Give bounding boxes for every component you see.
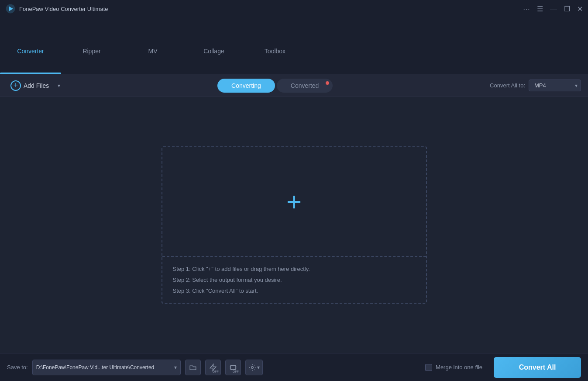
- merge-checkbox-area: Merge into one file: [425, 364, 482, 371]
- convert-all-to-area: Convert All to: MP4 MKV AVI MOV WMV FLV …: [490, 80, 581, 91]
- nav-mv-label: MV: [148, 48, 158, 55]
- add-files-button[interactable]: + Add Files: [7, 78, 52, 94]
- nav-toolbox[interactable]: Toolbox: [244, 17, 306, 74]
- merge-label: Merge into one file: [436, 364, 482, 371]
- nav-toolbox-label: Toolbox: [265, 48, 285, 55]
- save-to-label: Save to:: [7, 364, 28, 371]
- app-logo-icon: [5, 3, 16, 14]
- nav-ripper[interactable]: Ripper: [61, 17, 122, 74]
- drop-zone-instructions: Step 1: Click "+" to add files or drag t…: [162, 257, 426, 303]
- add-files-label: Add Files: [24, 82, 49, 89]
- acceleration-button[interactable]: OFF: [205, 360, 221, 375]
- instruction-3: Step 3: Click "Convert All" to start.: [173, 287, 416, 294]
- svg-point-16: [251, 366, 253, 368]
- settings-button[interactable]: ▾: [245, 360, 263, 375]
- main-content: + Step 1: Click "+" to add files or drag…: [0, 97, 588, 353]
- footer: Save to: D:\FonePaw\FonePaw Vid...ter Ul…: [0, 353, 588, 381]
- nav-converter[interactable]: Converter: [0, 17, 61, 74]
- toolbar: + Add Files ▾ Converting Converted Conve…: [0, 74, 588, 97]
- settings-dropdown-arrow: ▾: [257, 364, 260, 371]
- converting-tab[interactable]: Converting: [217, 79, 275, 93]
- minimize-icon[interactable]: —: [550, 5, 557, 13]
- titlebar-controls: ⋯ ☰ — ❐ ✕: [523, 5, 583, 13]
- open-folder-button[interactable]: [185, 360, 201, 375]
- format-select[interactable]: MP4 MKV AVI MOV WMV FLV MP3 AAC: [529, 80, 581, 91]
- convert-all-button[interactable]: Convert All: [494, 357, 581, 378]
- nav-mv[interactable]: MV: [122, 17, 183, 74]
- drop-zone[interactable]: + Step 1: Click "+" to add files or drag…: [162, 146, 427, 304]
- nav-collage-label: Collage: [203, 48, 224, 55]
- hardware-accel-button[interactable]: OFF: [225, 360, 241, 375]
- nav-collage[interactable]: Collage: [183, 17, 244, 74]
- convert-all-to-label: Convert All to:: [490, 82, 525, 89]
- titlebar-left: FonePaw Video Converter Ultimate: [5, 3, 108, 14]
- menu-icon[interactable]: ☰: [537, 5, 543, 13]
- format-select-wrapper: MP4 MKV AVI MOV WMV FLV MP3 AAC: [529, 80, 581, 91]
- save-path: D:\FonePaw\FonePaw Vid...ter Ultimate\Co…: [36, 364, 172, 371]
- tab-area: Converting Converted: [65, 79, 485, 93]
- nav-ripper-label: Ripper: [83, 48, 100, 55]
- plus-icon: +: [286, 189, 302, 215]
- converted-dot: [326, 81, 329, 85]
- save-path-wrapper: D:\FonePaw\FonePaw Vid...ter Ultimate\Co…: [32, 360, 181, 375]
- titlebar: FonePaw Video Converter Ultimate ⋯ ☰ — ❐…: [0, 0, 588, 17]
- svg-rect-15: [230, 365, 236, 369]
- add-files-dropdown-arrow[interactable]: ▾: [58, 83, 60, 89]
- instruction-2: Step 2: Select the output format you des…: [173, 277, 416, 283]
- merge-checkbox[interactable]: [425, 364, 432, 371]
- close-icon[interactable]: ✕: [577, 5, 583, 13]
- hw-off-badge: OFF: [233, 370, 239, 373]
- instruction-1: Step 1: Click "+" to add files or drag t…: [173, 266, 416, 272]
- converted-tab[interactable]: Converted: [277, 79, 333, 93]
- add-files-icon: +: [10, 80, 21, 91]
- app-title: FonePaw Video Converter Ultimate: [19, 6, 108, 12]
- navbar: Converter Ripper MV: [0, 17, 588, 74]
- maximize-icon[interactable]: ❐: [564, 5, 570, 13]
- off-badge: OFF: [213, 370, 219, 373]
- drop-zone-plus-area[interactable]: +: [162, 147, 426, 257]
- converted-tab-label: Converted: [291, 82, 319, 89]
- more-icon[interactable]: ⋯: [523, 5, 530, 13]
- nav-converter-label: Converter: [17, 48, 44, 55]
- save-path-dropdown-arrow[interactable]: ▾: [174, 364, 177, 371]
